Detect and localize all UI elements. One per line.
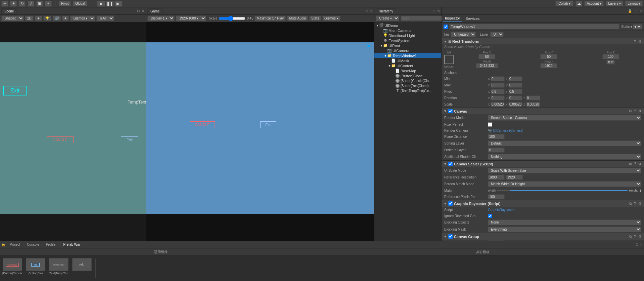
gizmos-dropdown[interactable]: Gizmos ▾ [70,15,95,21]
global-button[interactable]: Global [73,1,87,6]
anchor-max-x-input[interactable] [491,83,505,88]
tree-item-tempwindow1[interactable]: ▼ 📁 TempWindow1 [374,53,441,58]
resolution-dropdown[interactable]: 1920x1080 ▾ [176,15,206,21]
canvas-help-btn[interactable]: ? [633,109,637,113]
scale-y-input[interactable] [508,102,522,107]
account-button[interactable]: Account ▾ [584,1,604,6]
group-active-checkbox[interactable] [448,234,453,239]
scene-exit-button[interactable]: Exit [3,86,27,95]
collab-button[interactable]: Collab ▾ [555,1,573,6]
scaler-active-checkbox[interactable] [448,162,453,166]
pivot-x-input[interactable] [491,89,505,94]
blocking-objects-dropdown[interactable]: None [488,219,641,225]
ref-res-y-input[interactable] [506,175,523,180]
tree-item-uiroot[interactable]: ▼ 📁 UIRoot [374,43,441,48]
game-cancel-button[interactable]: CANCLE [190,121,215,128]
rect-settings-btn[interactable]: ⚙ [638,40,642,43]
game-maximize[interactable]: ⊡ [365,9,368,13]
layers-button[interactable]: Layers ▾ [606,1,623,6]
prefab-win-tab[interactable]: Prefab Win [60,242,83,247]
tree-item-btncancle[interactable]: 🔘 [Button]Cancle(Clo... [374,78,441,83]
scene-close[interactable]: ✕ [142,9,144,13]
scene-maximize[interactable]: ⊡ [137,9,140,13]
posz-input[interactable] [602,54,619,59]
order-input[interactable] [488,148,505,153]
scene-tab[interactable]: Scene [1,8,17,14]
profiler-tab[interactable]: Profiler [43,242,60,247]
object-active-checkbox[interactable] [444,25,448,29]
sorting-layer-dropdown[interactable]: Default [488,140,641,146]
anchor-max-y-input[interactable] [508,83,522,88]
game-close-x-button[interactable]: ✕ [366,42,371,50]
raycaster-active-checkbox[interactable] [448,201,453,206]
mute-button[interactable]: Mute Audio [287,16,308,21]
group-help-btn[interactable]: ? [633,235,637,238]
tree-item-dirlight[interactable]: 💡 Directional Light [374,33,441,38]
scale-z-input[interactable] [526,102,540,107]
scene-exit2-button[interactable]: Exit [121,136,138,143]
console-tab[interactable]: Console [24,242,42,247]
maximize-button[interactable]: Maximize On Play [255,16,286,21]
display-dropdown[interactable]: Display 1 ▾ [147,15,175,21]
bottom-maximize[interactable]: ⊡ [636,243,638,246]
transform2-icon[interactable]: ⌖ [45,1,52,7]
inspector-close[interactable]: ✕ [640,9,643,13]
hierarchy-search[interactable] [401,16,447,21]
static-dropdown[interactable]: ▾ [633,24,642,29]
game-gizmos[interactable]: Gizmos ▾ [322,16,340,21]
scene-gizmos[interactable]: ☀ [35,16,42,21]
width-input[interactable] [476,63,498,68]
graphic-raycaster-header[interactable]: ▼ Graphic Raycaster (Script) ⧉ ? ⚙ [442,200,644,207]
scale-icon[interactable]: ⤢ [28,1,34,7]
rotation-x-input[interactable] [491,95,505,101]
canvas-scaler-header[interactable]: ▼ Canvas Scaler (Script) ⧉ ? ⚙ [442,161,644,167]
canvas-copy-btn[interactable]: ⧉ [629,109,632,113]
inspector-lock[interactable]: 🔒 [628,9,632,13]
canvas-active-checkbox[interactable] [448,109,453,113]
hierarchy-tab[interactable]: Hierarchy [376,8,396,14]
ref-pixels-input[interactable] [488,194,505,199]
scaler-help-btn[interactable]: ? [633,162,637,166]
tree-item-basemap[interactable]: 📄 BaseMap [374,68,441,73]
raycaster-help-btn[interactable]: ? [633,202,637,205]
inspector-maximize[interactable]: ⊡ [635,9,637,13]
scene-cancel-button[interactable]: CANCLE [47,136,74,143]
services-tab[interactable]: Services [463,16,481,21]
pivot-y-input[interactable] [508,89,522,94]
canvas-group-header[interactable]: ▼ Canvas Group ⧉ ? ⚙ [442,233,644,240]
hierarchy-close[interactable]: ✕ [437,9,440,13]
transform-icon[interactable]: ✛ [1,1,8,7]
bottom-close[interactable]: ✕ [640,243,642,246]
game-tab[interactable]: Game [147,8,163,14]
tree-item-texttemp[interactable]: T [Text]TempText(Clo... [374,88,441,93]
scaler-settings-btn[interactable]: ⚙ [638,162,642,166]
scene-sound[interactable]: 🔊 [53,16,61,21]
render-mode-dropdown[interactable]: Screen Space - Camera [488,115,641,121]
tree-item-uicontent[interactable]: ▼ 📁 UIContent [374,63,441,68]
stats-button[interactable]: Stats [309,16,321,21]
height-input[interactable] [540,63,557,68]
project-tab[interactable]: Project [7,242,23,247]
tree-item-btnclose[interactable]: 🔘 [Button]Close [374,73,441,78]
move-icon[interactable]: ✦ [10,1,17,7]
rect-transform-header[interactable]: ▼ ⊞ Rect Transform ? ⚙ [442,38,644,44]
pixel-perfect-checkbox[interactable] [488,122,492,127]
rotation-z-input[interactable] [526,95,540,101]
canvas-settings-btn[interactable]: ⚙ [638,109,642,113]
game-exit-button[interactable]: Exit [260,121,276,128]
canvas-header[interactable]: ▼ Canvas ⧉ ? ⚙ [442,108,644,114]
group-settings-btn[interactable]: ⚙ [638,235,642,238]
anchor-min-x-input[interactable] [491,76,505,81]
posx-input[interactable] [478,54,495,59]
pause-button[interactable]: ❚❚ [106,1,114,7]
prefab-text[interactable]: TempText Text]TempTex [48,257,70,280]
object-name-input[interactable] [449,24,619,29]
step-button[interactable]: ▶| [114,1,123,7]
scale-slider[interactable] [219,16,245,21]
inspector-tab[interactable]: Inspector [443,15,462,22]
pivot-button[interactable]: Pivot [59,1,71,6]
group-copy-btn[interactable]: ⧉ [629,235,632,239]
tree-item-eventsystem[interactable]: ⚙ EventSystem [374,38,441,43]
posy-input[interactable] [540,54,557,59]
tree-item-maincamera[interactable]: 📷 Main Camera [374,28,441,33]
